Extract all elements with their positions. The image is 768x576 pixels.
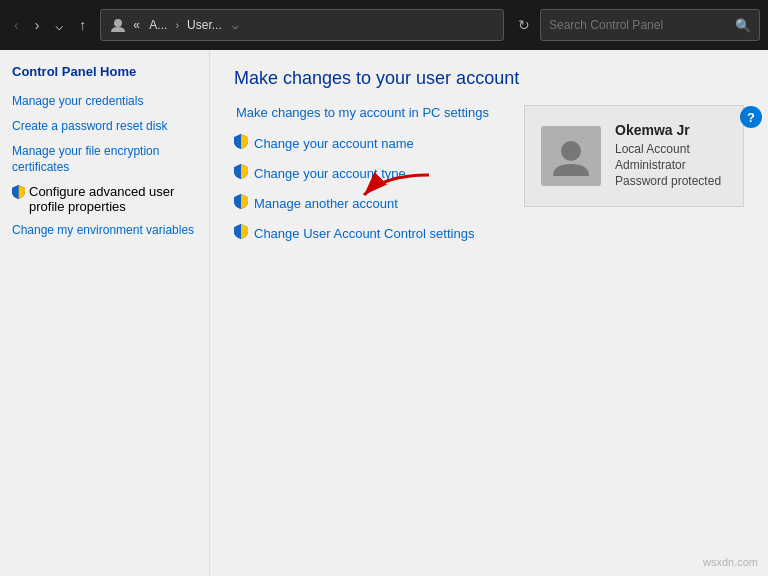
uac-settings-link[interactable]: Change User Account Control settings: [234, 224, 504, 242]
help-button[interactable]: ?: [740, 106, 762, 128]
back-button[interactable]: ‹: [8, 13, 25, 37]
sidebar-item-advanced-label: Configure advanced user profile properti…: [29, 184, 197, 214]
search-button[interactable]: 🔍: [735, 18, 751, 33]
up-button[interactable]: ↑: [73, 13, 92, 37]
change-name-label: Change your account name: [254, 136, 414, 151]
address-separator: ›: [175, 19, 179, 31]
shield-icon-manage: [234, 194, 248, 212]
sidebar-item-password-reset[interactable]: Create a password reset disk: [12, 118, 197, 135]
address-text-1: «: [133, 18, 143, 32]
recent-dropdown-button[interactable]: ⌵: [49, 13, 69, 37]
shield-icon-uac: [234, 224, 248, 242]
sidebar-home-link[interactable]: Control Panel Home: [12, 64, 197, 79]
user-info: Okemwa Jr Local Account Administrator Pa…: [615, 122, 721, 190]
sidebar-item-credentials[interactable]: Manage your credentials: [12, 93, 197, 110]
page-title: Make changes to your user account: [234, 68, 744, 89]
breadcrumb-1: A...: [149, 18, 167, 32]
watermark: wsxdn.com: [703, 556, 758, 568]
manage-another-container: Manage another account: [234, 194, 504, 212]
forward-button[interactable]: ›: [29, 13, 46, 37]
change-name-link[interactable]: Change your account name: [234, 134, 504, 152]
svg-point-0: [114, 19, 122, 27]
user-card: Okemwa Jr Local Account Administrator Pa…: [524, 105, 744, 207]
search-bar[interactable]: 🔍: [540, 9, 760, 41]
user-avatar: [541, 126, 601, 186]
sidebar-item-environment[interactable]: Change my environment variables: [12, 222, 197, 239]
avatar-icon: [549, 134, 593, 178]
main-container: ? Control Panel Home Manage your credent…: [0, 50, 768, 576]
red-arrow-annotation: [354, 170, 434, 205]
svg-point-2: [561, 141, 581, 161]
pc-settings-link[interactable]: Make changes to my account in PC setting…: [234, 105, 504, 120]
user-detail-1: Local Account: [615, 142, 721, 156]
sidebar-item-advanced[interactable]: Configure advanced user profile properti…: [12, 184, 197, 214]
search-input[interactable]: [549, 18, 735, 32]
content-area: Make changes to your user account Make c…: [210, 50, 768, 576]
actions-section: Make changes to my account in PC setting…: [234, 105, 744, 254]
sidebar-item-encryption[interactable]: Manage your file encryption certificates: [12, 143, 197, 177]
address-dropdown-button[interactable]: ⌵: [232, 19, 239, 32]
refresh-button[interactable]: ↻: [512, 13, 536, 37]
pc-settings-label: Make changes to my account in PC setting…: [236, 105, 489, 120]
address-icon: [109, 16, 127, 34]
user-detail-2: Administrator: [615, 158, 721, 172]
navigation-bar: ‹ › ⌵ ↑ « A... › User... ⌵ ↻ 🔍: [0, 0, 768, 50]
address-bar[interactable]: « A... › User... ⌵: [100, 9, 504, 41]
sidebar: Control Panel Home Manage your credentia…: [0, 50, 210, 576]
actions-list: Make changes to my account in PC setting…: [234, 105, 504, 254]
shield-icon-advanced: [12, 185, 25, 202]
breadcrumb-2: User...: [187, 18, 222, 32]
user-name: Okemwa Jr: [615, 122, 721, 138]
uac-settings-label: Change User Account Control settings: [254, 226, 474, 241]
user-detail-3: Password protected: [615, 174, 721, 188]
shield-icon-type: [234, 164, 248, 182]
shield-icon-name: [234, 134, 248, 152]
